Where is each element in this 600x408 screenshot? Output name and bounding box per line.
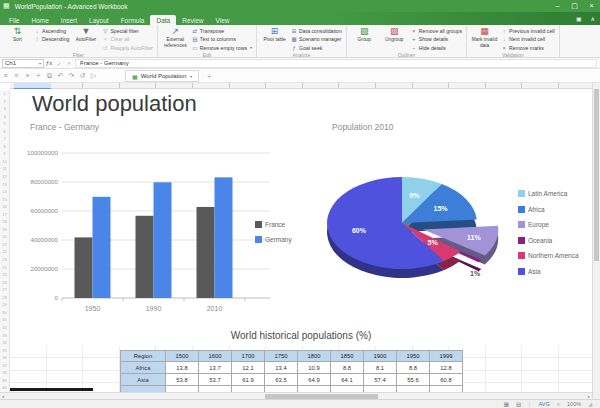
- table-cell[interactable]: 8.1: [364, 362, 397, 374]
- table-cell[interactable]: 8.8: [397, 362, 430, 374]
- refresh-icon[interactable]: ↺: [77, 72, 88, 80]
- user-icon[interactable]: ▣: [576, 15, 582, 22]
- external-references-button[interactable]: ↗External references: [162, 26, 189, 52]
- next-invalid-cell-button[interactable]: ↓Next invalid cell: [501, 35, 555, 43]
- header-cell-1800[interactable]: 1800: [298, 351, 331, 362]
- insert-function-button[interactable]: ƒx: [44, 60, 54, 66]
- table-cell[interactable]: 12.1: [232, 362, 265, 374]
- tab-view[interactable]: View: [210, 15, 236, 25]
- row-number: 19: [0, 226, 9, 234]
- button-label: Previous invalid cell: [509, 28, 555, 34]
- transpose-button[interactable]: ⇄Transpose: [192, 27, 252, 35]
- button-label: Pivot table: [263, 37, 285, 43]
- tab-scroll-left-icon[interactable]: «: [11, 72, 22, 80]
- header-cell-1700[interactable]: 1700: [232, 351, 265, 362]
- copy-sheet-icon[interactable]: ⧉: [44, 72, 55, 80]
- grid-view-icon[interactable]: ▦: [504, 401, 509, 407]
- descending-button[interactable]: ↑Descending: [34, 35, 69, 43]
- reapply-autofilter-button[interactable]: ↺Reapply AutoFilter: [102, 44, 152, 52]
- table-cell[interactable]: 10.9: [298, 362, 331, 374]
- header-cell-1750[interactable]: 1750: [265, 351, 298, 362]
- tab-insert[interactable]: Insert: [55, 15, 83, 25]
- table-cell[interactable]: 53.7: [199, 374, 232, 386]
- undo-icon[interactable]: ↶: [55, 72, 66, 80]
- special-filter-button[interactable]: ▽Special filter: [102, 27, 152, 35]
- table-cell[interactable]: 13.4: [265, 362, 298, 374]
- pie-chart[interactable]: 9%15%11%1%5%60%: [310, 174, 515, 292]
- clear-all-button[interactable]: ×Clear all: [102, 35, 152, 43]
- tab-layout[interactable]: Layout: [83, 15, 115, 25]
- header-cell-1850[interactable]: 1850: [331, 351, 364, 362]
- maximize-button[interactable]: ▢: [566, 0, 583, 12]
- table-cell[interactable]: 13.7: [199, 362, 232, 374]
- text-to-columns-button[interactable]: ▤Text to columns: [192, 35, 252, 43]
- vertical-scrollbar[interactable]: [592, 83, 600, 399]
- new-sheet-icon[interactable]: +: [33, 72, 44, 80]
- table-cell[interactable]: 57.4: [364, 374, 397, 386]
- record-macro-icon[interactable]: ○: [557, 401, 560, 407]
- pivot-table-button[interactable]: ⊞Pivot table: [261, 26, 288, 52]
- run-icon[interactable]: ▷: [88, 72, 99, 80]
- header-cell-1900[interactable]: 1900: [364, 351, 397, 362]
- group-button[interactable]: ▧Group: [351, 26, 378, 52]
- close-button[interactable]: ×: [583, 0, 600, 12]
- column-headers[interactable]: [10, 83, 592, 89]
- table-cell[interactable]: 64.9: [298, 374, 331, 386]
- button-label: Ungroup: [385, 37, 403, 43]
- tab-review[interactable]: Review: [176, 15, 209, 25]
- scenario-manager-button[interactable]: ▦Scenario manager: [291, 35, 342, 43]
- table-cell[interactable]: 53.8: [166, 374, 199, 386]
- data-consolidation-button[interactable]: ⊟Data consolidation: [291, 27, 342, 35]
- ascending-button[interactable]: ↓Ascending: [34, 27, 69, 35]
- formula-input[interactable]: France - Germany: [75, 59, 597, 68]
- sheet-canvas[interactable]: World population France - Germany 100000…: [10, 90, 592, 392]
- collapse-ribbon-icon[interactable]: ∧: [591, 15, 595, 22]
- table-cell[interactable]: Africa: [121, 362, 166, 374]
- tab-data[interactable]: Data: [150, 15, 176, 25]
- table-cell[interactable]: 12.8: [430, 362, 463, 374]
- horizontal-scrollbar[interactable]: ◂ ▸: [0, 392, 592, 399]
- table-cell[interactable]: 55.6: [397, 374, 430, 386]
- page-view-icon[interactable]: ▤: [516, 401, 521, 407]
- name-box[interactable]: Ch1 ▾: [2, 59, 44, 68]
- table-cell[interactable]: 63.5: [265, 374, 298, 386]
- mark-invalid-data-button[interactable]: ▦Mark invalid data: [471, 26, 498, 52]
- autofilter-button[interactable]: ▼AutoFilter: [72, 26, 99, 52]
- sheet-tab-world-population[interactable]: ▦ World Population ▾: [125, 70, 199, 82]
- remove-empty-rows-button[interactable]: ▭Remove empty rows▾: [192, 44, 252, 52]
- show-details-button[interactable]: +Show details: [411, 35, 462, 43]
- zoom-level[interactable]: 100%: [567, 401, 581, 407]
- ungroup-button[interactable]: ▨Ungroup: [381, 26, 408, 52]
- table-cell[interactable]: 64.1: [331, 374, 364, 386]
- minimize-button[interactable]: –: [549, 0, 566, 12]
- redo-icon[interactable]: ↷: [66, 72, 77, 80]
- tab-formula[interactable]: Formula: [115, 15, 151, 25]
- confirm-entry-button[interactable]: ✓: [54, 60, 64, 67]
- hide-details-button[interactable]: −Hide details: [411, 44, 462, 52]
- sort-button[interactable]: ⇅Sort: [4, 26, 31, 52]
- remove-marks-button[interactable]: ×Remove marks: [501, 44, 555, 52]
- table-cell[interactable]: Asia: [121, 374, 166, 386]
- table-cell[interactable]: 13.8: [166, 362, 199, 374]
- tab-home[interactable]: Home: [25, 15, 54, 25]
- add-sheet-button[interactable]: +: [207, 73, 211, 80]
- historical-populations-table[interactable]: Region1500160017001750180018501900195019…: [120, 350, 463, 392]
- header-cell-1500[interactable]: 1500: [166, 351, 199, 362]
- cancel-entry-button[interactable]: ×: [64, 60, 74, 66]
- header-cell-1600[interactable]: 1600: [199, 351, 232, 362]
- header-cell-1950[interactable]: 1950: [397, 351, 430, 362]
- remove-all-groups-button[interactable]: ×Remove all groups: [411, 27, 462, 35]
- row-headers[interactable]: 1234567891011121314151617181920212223242…: [0, 90, 10, 392]
- table-cell[interactable]: 8.8: [331, 362, 364, 374]
- header-cell-region[interactable]: Region: [121, 351, 166, 362]
- table-cell[interactable]: 61.9: [232, 374, 265, 386]
- header-cell-1999[interactable]: 1999: [430, 351, 463, 362]
- row-number: 6: [0, 128, 9, 136]
- tab-file[interactable]: File: [3, 15, 25, 25]
- goal-seek-button[interactable]: ƒGoal seek: [291, 44, 342, 52]
- tab-scroll-right-icon[interactable]: »: [22, 72, 33, 80]
- previous-invalid-cell-button[interactable]: ↑Previous invalid cell: [501, 27, 555, 35]
- vertical-scrollbar-thumb[interactable]: [594, 89, 599, 261]
- sheet-menu-icon[interactable]: ≡: [0, 72, 11, 80]
- table-cell[interactable]: 60.8: [430, 374, 463, 386]
